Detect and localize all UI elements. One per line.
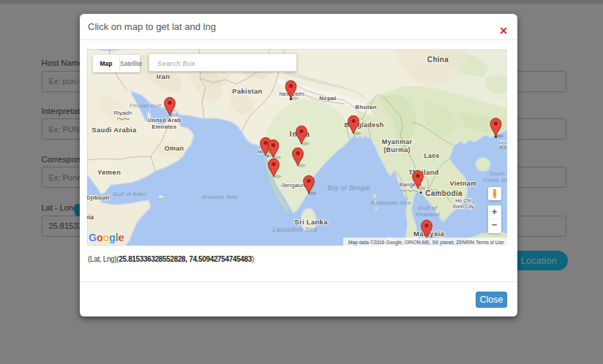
svg-text:Gulf of: Gulf of [418,205,438,211]
svg-text:Bengaluru: Bengaluru [282,182,307,189]
svg-text:Cambodia: Cambodia [425,189,462,197]
svg-text:Persian Gulf: Persian Gulf [130,103,162,108]
svg-text:Ho Chi: Ho Chi [455,198,471,203]
svg-text:Djibouti: Djibouti [87,194,110,201]
svg-text:Sri Lanka: Sri Lanka [294,218,328,226]
svg-text:South: South [490,170,506,177]
svg-text:Gulf of Aden: Gulf of Aden [113,191,146,197]
svg-text:(Burma): (Burma) [383,146,411,153]
svg-text:Bhutan: Bhutan [355,104,376,110]
svg-text:Laccadive Sea: Laccadive Sea [273,226,318,233]
svg-text:Hong Kong: Hong Kong [499,140,507,146]
svg-text:Oman: Oman [165,145,184,152]
svg-text:Myanmar: Myanmar [382,138,413,145]
svg-text:Vietnam: Vietnam [450,180,477,187]
svg-text:Riyadh: Riyadh [114,110,132,116]
svg-text:Pakistan: Pakistan [232,87,262,95]
svg-text:Andaman Sea: Andaman Sea [370,200,411,206]
svg-text:Bay of Bengal: Bay of Bengal [327,184,370,192]
svg-text:China Sea: China Sea [483,177,507,183]
svg-text:Thailand: Thailand [415,211,440,218]
svg-text:Arabian Sea: Arabian Sea [201,194,238,200]
svg-text:Iran: Iran [157,72,171,80]
svg-text:Yemen: Yemen [97,168,121,176]
svg-text:Saudi Arabia: Saudi Arabia [91,126,137,134]
svg-text:Ethiopia: Ethiopia [87,213,94,221]
svg-text:China: China [427,56,449,64]
svg-text:Emirates: Emirates [151,124,176,130]
svg-text:Laos: Laos [424,152,439,159]
svg-text:Nepal: Nepal [319,95,336,102]
